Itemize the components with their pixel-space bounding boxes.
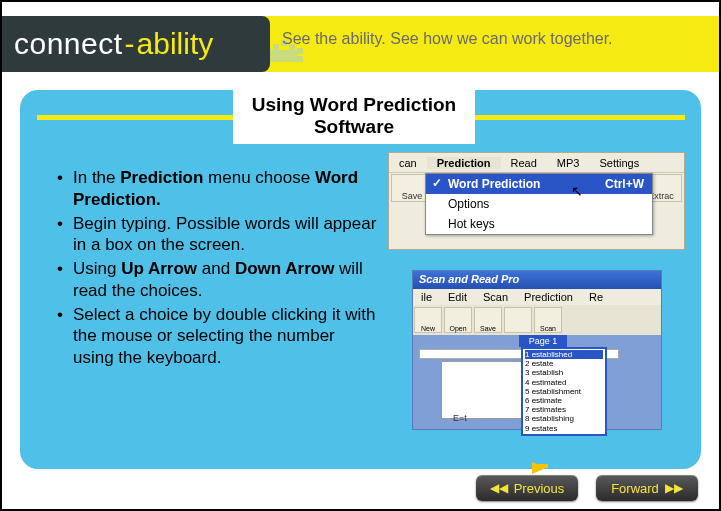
pred-item-9[interactable]: 9 estates bbox=[525, 424, 603, 433]
m2-menu-prediction[interactable]: Prediction bbox=[516, 291, 581, 303]
dropdown-item-options[interactable]: Options bbox=[426, 194, 652, 214]
mock1-menubar: can Prediction Read MP3 Settings bbox=[389, 153, 684, 173]
menu-prediction[interactable]: Prediction bbox=[427, 157, 501, 169]
brand-part2: ability bbox=[137, 27, 214, 61]
m2-menu-edit[interactable]: Edit bbox=[440, 291, 475, 303]
forward-button[interactable]: Forward ▶▶ bbox=[596, 475, 698, 501]
m2-tb-scan[interactable]: Scan bbox=[534, 307, 562, 333]
pred-item-6[interactable]: 6 estimate bbox=[525, 396, 603, 405]
mock2-page-tab[interactable]: Page 1 bbox=[519, 335, 567, 347]
menu-scan[interactable]: can bbox=[389, 157, 427, 169]
title-rule-left bbox=[37, 115, 233, 120]
bullet-2: Begin typing. Possible words will appear… bbox=[57, 213, 377, 257]
slide-title-band: Using Word Prediction Software bbox=[37, 96, 685, 138]
menu-settings[interactable]: Settings bbox=[589, 157, 649, 169]
pred-item-3[interactable]: 3 establish bbox=[525, 368, 603, 377]
bullet-3: Using Up Arrow and Down Arrow will read … bbox=[57, 258, 377, 302]
m2-tb-save[interactable]: Save bbox=[474, 307, 502, 333]
fastforward-icon: ▶▶ bbox=[665, 481, 683, 495]
m2-tb-open[interactable]: Open bbox=[444, 307, 472, 333]
m2-menu-read[interactable]: Re bbox=[581, 291, 611, 303]
svg-rect-5 bbox=[297, 48, 303, 54]
menu-mp3[interactable]: MP3 bbox=[547, 157, 590, 169]
slide-title: Using Word Prediction Software bbox=[233, 90, 475, 144]
bullet-1: In the Prediction menu choose Word Predi… bbox=[57, 167, 377, 211]
previous-button[interactable]: ◀◀ Previous bbox=[476, 475, 578, 501]
pred-item-5[interactable]: 5 establishment bbox=[525, 387, 603, 396]
m2-menu-file[interactable]: ile bbox=[413, 291, 440, 303]
previous-label: Previous bbox=[514, 481, 565, 496]
pred-item-8[interactable]: 8 establishing bbox=[525, 414, 603, 423]
dropdown-item-word-prediction[interactable]: Word Prediction Ctrl+W bbox=[426, 174, 652, 194]
pred-item-4[interactable]: 4 estimated bbox=[525, 378, 603, 387]
menu-read[interactable]: Read bbox=[501, 157, 547, 169]
screenshot-scan-and-read: Scan and Read Pro ile Edit Scan Predicti… bbox=[412, 270, 662, 430]
brand-logo: connect - ability bbox=[2, 16, 270, 72]
bullet-4: Select a choice by double clicking it wi… bbox=[57, 304, 377, 369]
svg-rect-2 bbox=[273, 44, 279, 50]
title-rule-right bbox=[475, 115, 685, 120]
tagline: See the ability. See how we can work tog… bbox=[282, 30, 613, 48]
mock2-footer-text: E=t bbox=[453, 413, 467, 423]
pred-item-1[interactable]: 1 established bbox=[525, 350, 603, 359]
brand-part1: connect bbox=[14, 27, 123, 61]
dropdown-item-hotkeys[interactable]: Hot keys bbox=[426, 214, 652, 234]
instruction-text: In the Prediction menu choose Word Predi… bbox=[57, 167, 377, 371]
screenshot-prediction-menu: can Prediction Read MP3 Settings Save AB… bbox=[388, 152, 685, 250]
forward-label: Forward bbox=[611, 481, 659, 496]
svg-rect-7 bbox=[269, 50, 297, 56]
yellow-arrow-icon bbox=[532, 460, 556, 474]
pred-item-2[interactable]: 2 estate bbox=[525, 359, 603, 368]
rewind-icon: ◀◀ bbox=[490, 481, 508, 495]
prediction-dropdown: Word Prediction Ctrl+W Options Hot keys bbox=[425, 173, 653, 235]
cursor-icon: ↖ bbox=[571, 183, 583, 199]
m2-tb-blank[interactable] bbox=[504, 307, 532, 333]
m2-tb-new[interactable]: New bbox=[414, 307, 442, 333]
mock2-toolbar: New Open Save Scan bbox=[413, 305, 661, 335]
m2-menu-scan[interactable]: Scan bbox=[475, 291, 516, 303]
prediction-word-list: 1 established 2 estate 3 establish 4 est… bbox=[521, 347, 607, 436]
brand-dash: - bbox=[123, 27, 137, 61]
mock2-window-title: Scan and Read Pro bbox=[413, 271, 661, 289]
mock2-menubar: ile Edit Scan Prediction Re bbox=[413, 289, 661, 305]
pred-item-7[interactable]: 7 estimates bbox=[525, 405, 603, 414]
